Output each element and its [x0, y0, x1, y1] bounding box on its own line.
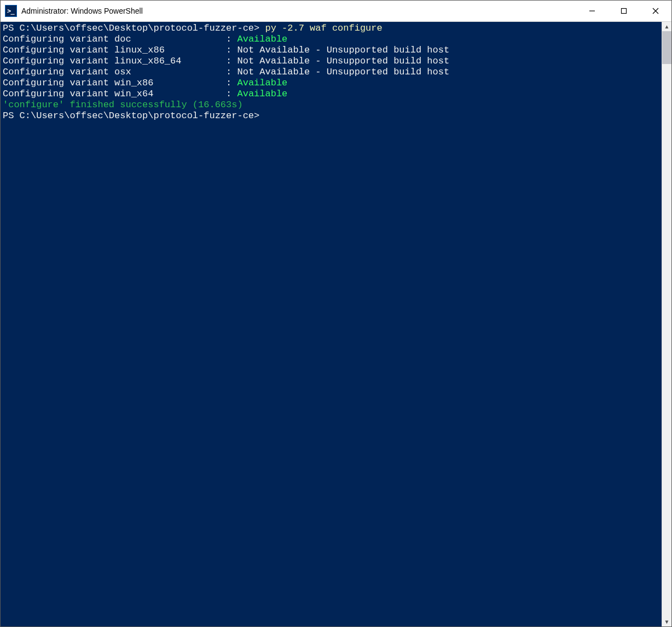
titlebar[interactable]: >_ Administrator: Windows PowerShell: [1, 1, 671, 22]
powershell-window: >_ Administrator: Windows PowerShell PS …: [0, 0, 672, 627]
svg-rect-1: [622, 9, 627, 14]
config-line-label: Configuring variant win_x86 :: [3, 78, 237, 88]
scroll-track[interactable]: [662, 31, 671, 617]
minimize-button[interactable]: [576, 1, 608, 21]
window-title: Administrator: Windows PowerShell: [21, 7, 143, 15]
config-line-status: Not Available - Unsupported build host: [237, 56, 449, 66]
prompt-line: PS C:\Users\offsec\Desktop\protocol-fuzz…: [3, 111, 259, 121]
cursor: [259, 111, 265, 121]
close-button[interactable]: [640, 1, 671, 21]
config-line-status: Available: [237, 89, 287, 99]
config-line-label: Configuring variant linux_x86 :: [3, 45, 237, 55]
command-text: py -2.7 waf configure: [259, 23, 382, 33]
config-line-label: Configuring variant doc :: [3, 34, 237, 44]
scroll-thumb[interactable]: [662, 31, 671, 64]
terminal-output[interactable]: PS C:\Users\offsec\Desktop\protocol-fuzz…: [1, 22, 662, 626]
config-line-status: Not Available - Unsupported build host: [237, 45, 449, 55]
config-line-label: Configuring variant osx :: [3, 67, 237, 77]
client-area: PS C:\Users\offsec\Desktop\protocol-fuzz…: [1, 22, 671, 626]
config-line-label: Configuring variant win_x64 :: [3, 89, 237, 99]
config-line-label: Configuring variant linux_x86_64 :: [3, 56, 237, 66]
maximize-button[interactable]: [608, 1, 640, 21]
config-line-status: Available: [237, 34, 287, 44]
scroll-up-button[interactable]: ▲: [662, 22, 671, 31]
config-line-status: Not Available - Unsupported build host: [237, 67, 449, 77]
prompt-line: PS C:\Users\offsec\Desktop\protocol-fuzz…: [3, 23, 259, 33]
config-line-status: Available: [237, 78, 287, 88]
powershell-icon: >_: [5, 5, 17, 17]
finish-line: 'configure' finished successfully (16.66…: [3, 100, 243, 110]
scroll-down-button[interactable]: ▼: [662, 617, 671, 626]
vertical-scrollbar[interactable]: ▲ ▼: [662, 22, 671, 626]
